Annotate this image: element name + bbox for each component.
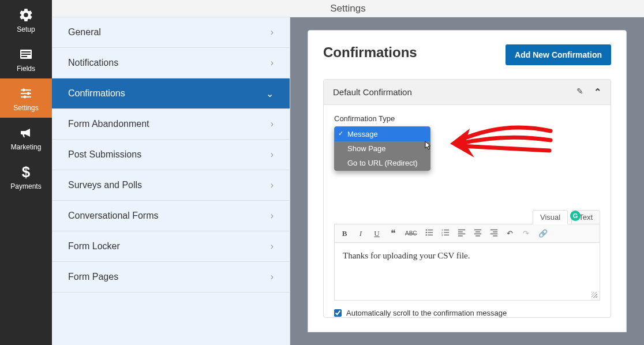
align-left-icon[interactable] [458, 228, 466, 238]
strikethrough-icon[interactable]: ABC [405, 230, 417, 237]
snav-label: Conversational Forms [68, 211, 159, 221]
align-right-icon[interactable] [490, 228, 498, 238]
nav-marketing[interactable]: Marketing [0, 118, 52, 157]
editor-content: Thanks for uploading your CSV file. [343, 251, 470, 260]
numbered-list-icon[interactable]: 123 [441, 228, 450, 238]
chevron-right-icon: › [271, 211, 274, 221]
nav-setup[interactable]: Setup [0, 0, 52, 39]
snav-surveys-polls[interactable]: Surveys and Polls› [52, 170, 290, 201]
svg-point-8 [27, 92, 30, 95]
auto-scroll-checkbox[interactable] [334, 309, 342, 317]
svg-rect-17 [444, 230, 449, 230]
snav-label: Surveys and Polls [68, 180, 142, 190]
nav-fields[interactable]: Fields [0, 39, 52, 78]
auto-scroll-row[interactable]: Automatically scroll to the confirmation… [334, 309, 600, 317]
svg-rect-21 [444, 235, 449, 235]
snav-general[interactable]: General› [52, 17, 290, 48]
svg-rect-28 [474, 234, 481, 234]
svg-point-7 [23, 89, 25, 92]
snav-label: Form Locker [68, 241, 120, 252]
redo-icon[interactable]: ↷ [522, 229, 530, 238]
snav-conversational-forms[interactable]: Conversational Forms› [52, 201, 290, 231]
snav-post-submissions[interactable]: Post Submissions› [52, 140, 290, 170]
dollar-icon: $ [18, 164, 34, 180]
snav-confirmations[interactable]: Confirmations⌄ [52, 78, 290, 109]
chevron-right-icon: › [271, 58, 274, 68]
bullet-list-icon[interactable] [425, 228, 433, 238]
dropdown-option-message[interactable]: Message [335, 127, 430, 141]
dropdown-option-show-page[interactable]: Show Page [335, 141, 430, 156]
message-editor[interactable]: Thanks for uploading your CSV file. [334, 243, 600, 301]
snav-label: Confirmations [68, 88, 125, 99]
editor-toolbar: B I U ❝ ABC 123 ↶ ↷ [334, 224, 600, 243]
svg-rect-32 [490, 234, 497, 234]
accordion-header[interactable]: Default Confirmation ✎ ⌃ [324, 80, 611, 105]
confirmations-panel: Confirmations Add New Confirmation Defau… [308, 30, 627, 332]
underline-icon[interactable]: U [373, 229, 381, 238]
snav-label: Form Abandonment [68, 119, 149, 129]
auto-scroll-label: Automatically scroll to the confirmation… [346, 309, 507, 317]
bullhorn-icon [18, 125, 34, 141]
nav-label: Payments [10, 182, 41, 190]
pencil-icon[interactable]: ✎ [576, 87, 583, 97]
confirmation-type-label: Confirmation Type [334, 114, 600, 123]
snav-label: General [68, 27, 101, 38]
svg-rect-29 [475, 235, 480, 236]
svg-rect-23 [458, 231, 462, 232]
add-confirmation-button[interactable]: Add New Confirmation [506, 44, 611, 65]
align-center-icon[interactable] [474, 228, 482, 238]
chevron-right-icon: › [271, 119, 274, 129]
link-icon[interactable]: 🔗 [538, 229, 548, 238]
svg-rect-22 [458, 230, 465, 230]
bold-icon[interactable]: B [340, 229, 349, 238]
grammarly-icon[interactable]: G [570, 211, 581, 221]
sliders-icon [18, 85, 34, 102]
svg-rect-15 [428, 235, 433, 235]
chevron-right-icon: › [271, 272, 274, 282]
nav-label: Setup [17, 25, 35, 33]
accordion-body: Confirmation Type Message Show Page Go t… [324, 105, 611, 317]
svg-rect-3 [21, 56, 27, 57]
top-bar: Settings [52, 0, 644, 17]
nav-label: Fields [17, 65, 35, 73]
svg-rect-11 [428, 230, 433, 230]
snav-form-pages[interactable]: Form Pages› [52, 262, 290, 292]
svg-point-14 [425, 234, 426, 235]
chevron-right-icon: › [271, 27, 274, 38]
chevron-right-icon: › [271, 180, 274, 190]
svg-text:3: 3 [441, 234, 443, 237]
page-title: Settings [330, 3, 365, 14]
snav-label: Form Pages [68, 272, 118, 282]
editor-wrap: Visual Text B I U ❝ ABC 123 [334, 210, 600, 301]
snav-form-locker[interactable]: Form Locker› [52, 231, 290, 262]
svg-rect-26 [474, 230, 481, 230]
nav-settings[interactable]: Settings [0, 78, 52, 118]
svg-point-10 [425, 229, 426, 230]
resize-handle-icon[interactable] [591, 292, 597, 298]
svg-rect-27 [475, 231, 480, 232]
nav-label: Settings [13, 104, 38, 112]
primary-sidebar: Setup Fields Settings Marketing $ Paymen… [0, 0, 52, 345]
content-pane: Confirmations Add New Confirmation Defau… [290, 17, 644, 345]
confirmation-accordion: Default Confirmation ✎ ⌃ Confirmation Ty… [323, 79, 611, 318]
snav-form-abandonment[interactable]: Form Abandonment› [52, 109, 290, 140]
nav-label: Marketing [11, 143, 42, 151]
svg-rect-24 [458, 234, 465, 234]
blockquote-icon[interactable]: ❝ [389, 228, 397, 239]
undo-icon[interactable]: ↶ [506, 229, 514, 238]
svg-point-9 [24, 96, 27, 99]
nav-payments[interactable]: $ Payments [0, 157, 52, 196]
tab-visual[interactable]: Visual [533, 210, 568, 224]
gear-icon [18, 7, 34, 23]
dropdown-option-go-to-url[interactable]: Go to URL (Redirect) [335, 156, 430, 170]
confirmation-type-dropdown[interactable]: Message Show Page Go to URL (Redirect) [334, 126, 430, 171]
list-icon [18, 46, 34, 62]
snav-notifications[interactable]: Notifications› [52, 48, 290, 78]
chevron-up-icon[interactable]: ⌃ [594, 87, 601, 97]
svg-rect-33 [493, 235, 497, 236]
svg-rect-31 [493, 231, 497, 232]
snav-label: Notifications [68, 58, 118, 68]
svg-rect-19 [444, 232, 449, 232]
settings-subnav: General› Notifications› Confirmations⌄ F… [52, 17, 290, 345]
italic-icon[interactable]: I [357, 229, 365, 238]
